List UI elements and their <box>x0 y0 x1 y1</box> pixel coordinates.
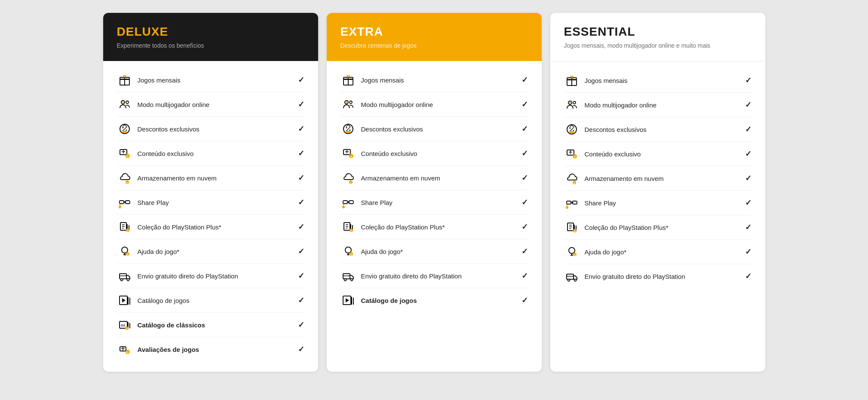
svg-rect-72 <box>349 201 353 204</box>
svg-text:+: + <box>350 155 352 159</box>
list-item: + Armazenamento em nuvem✓ <box>564 166 751 191</box>
share-icon <box>564 195 580 211</box>
card-subtitle-essential: Jogos mensais, modo multijogador online … <box>564 42 751 49</box>
svg-point-4 <box>126 101 129 104</box>
list-item: + Coleção do PlayStation Plus*✓ <box>564 215 751 240</box>
svg-point-8 <box>126 130 127 131</box>
multiplayer-icon <box>564 97 580 113</box>
feature-checkmark: ✓ <box>521 198 528 207</box>
svg-point-37 <box>127 279 129 281</box>
feature-checkmark: ✓ <box>745 247 751 256</box>
cards-container: DELUXEExperimente todos os benefícios Jo… <box>13 13 856 372</box>
delivery-icon <box>564 269 580 284</box>
feature-checkmark: ✓ <box>298 247 304 256</box>
feature-label: Coleção do PlayStation Plus* <box>138 223 294 231</box>
svg-rect-17 <box>120 201 124 204</box>
list-item: + Conteúdo exclusivo✓ <box>340 141 528 166</box>
hint-icon: + <box>117 244 132 259</box>
feature-label: Armazenamento em nuvem <box>585 175 742 182</box>
feature-checkmark: ✓ <box>521 222 528 232</box>
content-icon: + <box>117 146 132 161</box>
feature-checkmark: ✓ <box>745 174 751 183</box>
svg-text:+: + <box>574 230 575 233</box>
feature-checkmark: ✓ <box>745 223 751 232</box>
feature-checkmark: ✓ <box>745 198 751 208</box>
feature-checkmark: ✓ <box>298 271 304 281</box>
list-item: Share Play✓ <box>340 190 528 215</box>
share-icon <box>117 195 132 210</box>
svg-point-127 <box>569 247 575 253</box>
feature-label: Modo multijogador online <box>138 101 294 108</box>
list-item: Descontos exclusivos✓ <box>564 117 751 142</box>
feature-label: Share Play <box>361 199 518 206</box>
svg-point-84 <box>345 247 351 253</box>
list-item: + Ajuda do jogo*✓ <box>564 240 751 264</box>
feature-checkmark: ✓ <box>298 173 304 183</box>
feature-checkmark: ✓ <box>745 272 751 281</box>
card-title-deluxe: DELUXE <box>117 25 304 39</box>
card-header-essential: ESSENTIALJogos mensais, modo multijogado… <box>550 13 765 61</box>
feature-label: Ajuda do jogo* <box>361 248 518 255</box>
feature-checkmark: ✓ <box>298 124 304 134</box>
cloud-icon: + <box>117 170 132 186</box>
list-item: Modo multijogador online✓ <box>117 92 304 117</box>
feature-checkmark: ✓ <box>521 247 528 256</box>
list-item: Share Play✓ <box>564 191 751 215</box>
svg-text:OX: OX <box>121 324 125 327</box>
list-item: + Conteúdo exclusivo✓ <box>564 142 751 166</box>
gift-icon <box>564 73 580 88</box>
list-item: Jogos mensais✓ <box>340 68 528 92</box>
cloud-icon: + <box>340 170 356 186</box>
feature-label: Armazenamento em nuvem <box>138 174 294 182</box>
svg-point-58 <box>350 101 352 104</box>
list-item: + Coleção do PlayStation Plus*✓ <box>340 215 528 239</box>
list-item: OX + Catálogo de clássicos✓ <box>117 313 304 337</box>
content-icon: + <box>564 146 580 162</box>
svg-point-105 <box>573 130 574 131</box>
feature-checkmark: ✓ <box>745 100 751 110</box>
feature-label: Coleção do PlayStation Plus* <box>585 224 742 231</box>
svg-rect-132 <box>567 274 574 279</box>
feature-checkmark: ✓ <box>745 76 751 85</box>
feature-label: Modo multijogador online <box>585 101 742 109</box>
feature-label: Armazenamento em nuvem <box>361 174 518 182</box>
multiplayer-icon <box>340 97 356 112</box>
catalog-icon <box>117 293 132 308</box>
feature-label: Jogos mensais <box>585 77 742 84</box>
svg-rect-35 <box>120 274 126 279</box>
trials-icon: + <box>117 342 132 357</box>
svg-point-61 <box>346 127 347 128</box>
collection-icon: + <box>340 219 356 235</box>
svg-rect-18 <box>126 201 130 204</box>
feature-label: Descontos exclusivos <box>585 126 742 133</box>
collection-icon: + <box>117 219 132 235</box>
svg-text:+: + <box>126 181 128 184</box>
svg-point-62 <box>349 130 350 131</box>
feature-checkmark: ✓ <box>298 198 304 207</box>
svg-marker-96 <box>346 298 349 302</box>
card-title-extra: EXTRA <box>340 25 528 39</box>
list-item: + Armazenamento em nuvem✓ <box>340 166 528 190</box>
feature-label: Ajuda do jogo* <box>585 248 742 256</box>
card-header-deluxe: DELUXEExperimente todos os benefícios <box>103 13 318 61</box>
delivery-icon <box>340 268 356 284</box>
feature-checkmark: ✓ <box>521 149 528 158</box>
list-item: + Conteúdo exclusivo✓ <box>117 141 304 166</box>
collection-icon: + <box>564 220 580 235</box>
list-item: + Ajuda do jogo*✓ <box>340 239 528 264</box>
discount-icon <box>564 122 580 137</box>
feature-label: Descontos exclusivos <box>138 125 294 133</box>
svg-rect-114 <box>567 201 571 204</box>
feature-label: Modo multijogador online <box>361 101 518 108</box>
list-item: + Avaliações de jogos✓ <box>117 337 304 361</box>
feature-label: Catálogo de jogos <box>361 297 518 304</box>
feature-checkmark: ✓ <box>521 100 528 109</box>
gift-icon <box>340 72 356 88</box>
feature-checkmark: ✓ <box>521 173 528 183</box>
multiplayer-icon <box>117 97 132 112</box>
svg-rect-71 <box>343 201 347 204</box>
feature-checkmark: ✓ <box>298 100 304 109</box>
feature-label: Catálogo de clássicos <box>138 321 294 329</box>
feature-checkmark: ✓ <box>521 75 528 85</box>
feature-checkmark: ✓ <box>521 296 528 305</box>
